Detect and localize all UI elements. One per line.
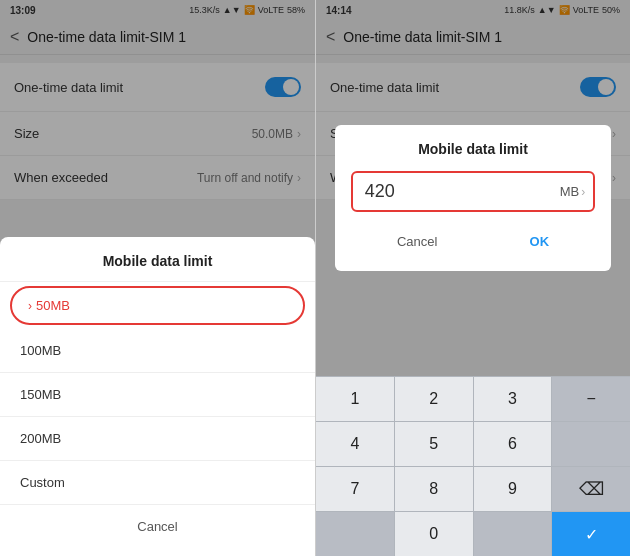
left-dialog-item-1[interactable]: 100MB xyxy=(0,329,315,373)
key-6[interactable]: 6 xyxy=(474,422,553,466)
keyboard-row-0: 1 2 3 − xyxy=(316,376,630,421)
right-dialog-actions: Cancel OK xyxy=(351,228,595,255)
key-minus[interactable]: − xyxy=(552,377,630,421)
key-empty-2 xyxy=(316,512,395,556)
keyboard-row-1: 4 5 6 xyxy=(316,421,630,466)
right-dialog-title: Mobile data limit xyxy=(351,141,595,157)
key-backspace[interactable] xyxy=(552,467,630,511)
left-dialog-title: Mobile data limit xyxy=(0,253,315,282)
key-1[interactable]: 1 xyxy=(316,377,395,421)
right-panel: 14:14 11.8K/s ▲▼ 🛜 VoLTE 50% < One-time … xyxy=(315,0,630,556)
right-input-row[interactable]: 420 MB › xyxy=(351,171,595,212)
key-empty-3 xyxy=(474,512,553,556)
key-2[interactable]: 2 xyxy=(395,377,474,421)
keyboard-row-3: 0 ✓ xyxy=(316,511,630,556)
right-keyboard: 1 2 3 − 4 5 6 7 8 9 0 ✓ xyxy=(316,376,630,556)
key-empty-1 xyxy=(552,422,630,466)
right-dialog: Mobile data limit 420 MB › Cancel OK xyxy=(335,125,611,271)
right-overlay: Mobile data limit 420 MB › Cancel OK 1 2… xyxy=(316,0,630,556)
left-panel: 13:09 15.3K/s ▲▼ 🛜 VoLTE 58% < One-time … xyxy=(0,0,315,556)
key-9[interactable]: 9 xyxy=(474,467,553,511)
left-dialog: Mobile data limit › 50MB 100MB 150MB 200… xyxy=(0,237,315,556)
right-ok-button[interactable]: OK xyxy=(510,228,570,255)
keyboard-row-2: 7 8 9 xyxy=(316,466,630,511)
right-input-unit: MB › xyxy=(556,176,594,207)
key-8[interactable]: 8 xyxy=(395,467,474,511)
key-7[interactable]: 7 xyxy=(316,467,395,511)
right-unit-chevron: › xyxy=(581,185,585,199)
left-dialog-item-3[interactable]: 200MB xyxy=(0,417,315,461)
left-dialog-item-4[interactable]: Custom xyxy=(0,461,315,505)
key-5[interactable]: 5 xyxy=(395,422,474,466)
key-3[interactable]: 3 xyxy=(474,377,553,421)
right-cancel-button[interactable]: Cancel xyxy=(377,228,457,255)
key-confirm[interactable]: ✓ xyxy=(552,512,630,556)
key-0[interactable]: 0 xyxy=(395,512,474,556)
left-dialog-cancel[interactable]: Cancel xyxy=(0,505,315,548)
left-dialog-item-2[interactable]: 150MB xyxy=(0,373,315,417)
left-selected-chevron: › xyxy=(28,299,32,313)
left-dialog-item-0[interactable]: › 50MB xyxy=(10,286,305,325)
right-input-value[interactable]: 420 xyxy=(353,173,556,210)
left-overlay: Mobile data limit › 50MB 100MB 150MB 200… xyxy=(0,0,315,556)
key-4[interactable]: 4 xyxy=(316,422,395,466)
